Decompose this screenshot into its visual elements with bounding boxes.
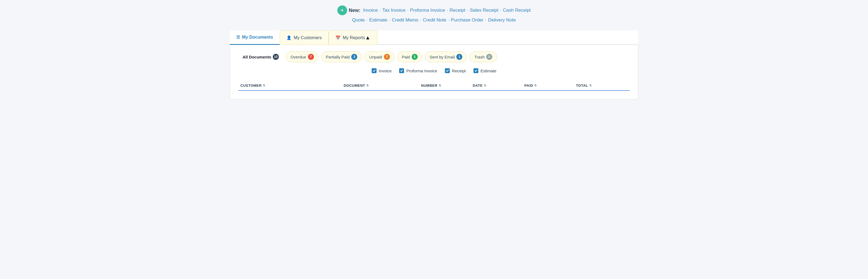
new-receipt-link[interactable]: Receipt: [450, 8, 465, 13]
sort-document-icon[interactable]: ⇅: [366, 84, 369, 87]
tab-my-documents[interactable]: ☰ My Documents: [230, 30, 280, 45]
th-paid-label: PAID: [524, 83, 533, 88]
new-credit-memo-link[interactable]: Credit Memo: [392, 18, 418, 23]
tab-my-reports-label: My Reports: [343, 35, 365, 40]
new-delivery-note-link[interactable]: Delivery Note: [488, 18, 516, 23]
new-bar: + New: Invoice · Tax Invoice · Proforma …: [11, 5, 857, 23]
new-invoice-link[interactable]: Invoice: [363, 8, 378, 13]
th-number[interactable]: NUMBER ⇅: [421, 83, 473, 88]
checkbox-receipt-box[interactable]: [445, 68, 450, 73]
sort-paid-icon[interactable]: ⇅: [534, 84, 537, 87]
main-card: All Documents 10 Overdue 7 Partially Pai…: [230, 45, 638, 99]
new-estimate-link[interactable]: Estimate: [369, 18, 387, 23]
checkbox-proforma-label: Proforma Invoice: [406, 69, 437, 73]
person-icon: 👤: [286, 35, 291, 40]
filter-paid[interactable]: Paid 3: [397, 51, 422, 62]
th-document[interactable]: DOCUMENT ⇅: [344, 83, 421, 88]
checkbox-receipt-label: Receipt: [452, 69, 466, 73]
th-number-label: NUMBER: [421, 83, 438, 88]
filter-overdue[interactable]: Overdue 7: [286, 51, 318, 62]
tab-my-customers[interactable]: 👤 My Customers: [280, 30, 329, 45]
new-tax-invoice-link[interactable]: Tax Invoice: [382, 8, 405, 13]
filter-all-documents[interactable]: All Documents 10: [238, 52, 283, 62]
filter-row: All Documents 10 Overdue 7 Partially Pai…: [238, 51, 630, 62]
filter-unpaid-label: Unpaid: [369, 55, 382, 59]
filter-overdue-label: Overdue: [290, 55, 306, 59]
filter-all-count: 10: [273, 54, 279, 60]
tab-my-customers-label: My Customers: [294, 35, 322, 40]
checkbox-estimate[interactable]: Estimate: [473, 68, 496, 73]
th-paid[interactable]: PAID ⇅: [524, 83, 576, 88]
th-document-label: DOCUMENT: [344, 83, 365, 88]
filter-paid-label: Paid: [402, 55, 410, 59]
filter-sent-count: 1: [456, 54, 462, 60]
new-sales-receipt-link[interactable]: Sales Receipt: [470, 8, 499, 13]
checkbox-invoice-box[interactable]: [372, 68, 377, 73]
tab-my-reports[interactable]: 📅 My Reports ▲: [329, 30, 377, 45]
checkbox-invoice-label: Invoice: [379, 69, 392, 73]
th-total-label: TOTAL: [576, 83, 588, 88]
filter-all-label: All Documents: [243, 55, 271, 59]
th-customer[interactable]: CUSTOMER ⇅: [240, 83, 344, 88]
table-header: CUSTOMER ⇅ DOCUMENT ⇅ NUMBER ⇅ DATE ⇅ PA…: [238, 81, 630, 91]
filter-partially-paid-count: 3: [351, 54, 357, 60]
filter-sent-by-email[interactable]: Sent by Email 1: [425, 51, 467, 62]
sort-total-icon[interactable]: ⇅: [589, 84, 592, 87]
th-customer-label: CUSTOMER: [240, 83, 262, 88]
filter-sent-label: Sent by Email: [430, 55, 455, 59]
list-icon: ☰: [236, 35, 240, 40]
sort-customer-icon[interactable]: ⇅: [263, 84, 266, 87]
calendar-icon: 📅: [335, 35, 341, 40]
document-type-filters: Invoice Proforma Invoice Receipt Estimat…: [238, 68, 630, 73]
sort-date-icon[interactable]: ⇅: [484, 84, 487, 87]
filter-overdue-count: 7: [308, 54, 314, 60]
filter-paid-count: 3: [412, 54, 418, 60]
filter-trash[interactable]: Trash 0: [470, 51, 497, 62]
filter-unpaid[interactable]: Unpaid 7: [365, 51, 395, 62]
checkbox-proforma-box[interactable]: [399, 68, 404, 73]
new-label: New:: [349, 8, 361, 13]
filter-partially-paid[interactable]: Partially Paid 3: [321, 51, 362, 62]
tab-my-documents-label: My Documents: [242, 35, 273, 40]
new-cash-receipt-link[interactable]: Cash Receipt: [503, 8, 531, 13]
checkbox-estimate-label: Estimate: [480, 69, 496, 73]
th-date[interactable]: DATE ⇅: [473, 83, 524, 88]
checkbox-receipt[interactable]: Receipt: [445, 68, 466, 73]
checkbox-estimate-box[interactable]: [473, 68, 478, 73]
new-purchase-order-link[interactable]: Purchase Order: [451, 18, 484, 23]
filter-unpaid-count: 7: [384, 54, 390, 60]
new-quote-link[interactable]: Quote: [352, 18, 365, 23]
filter-trash-label: Trash: [474, 55, 485, 59]
checkbox-proforma-invoice[interactable]: Proforma Invoice: [399, 68, 437, 73]
checkbox-invoice[interactable]: Invoice: [372, 68, 392, 73]
cursor-pointer-icon: ▲: [365, 35, 371, 41]
th-date-label: DATE: [473, 83, 483, 88]
new-proforma-invoice-link[interactable]: Proforma Invoice: [410, 8, 445, 13]
filter-partially-paid-label: Partially Paid: [326, 55, 350, 59]
tabs-bar: ☰ My Documents 👤 My Customers 📅 My Repor…: [230, 30, 638, 45]
sort-number-icon[interactable]: ⇅: [439, 84, 441, 87]
filter-trash-count: 0: [486, 54, 492, 60]
new-credit-note-link[interactable]: Credit Note: [423, 18, 446, 23]
th-total[interactable]: TOTAL ⇅: [576, 83, 628, 88]
new-button[interactable]: +: [337, 5, 347, 15]
